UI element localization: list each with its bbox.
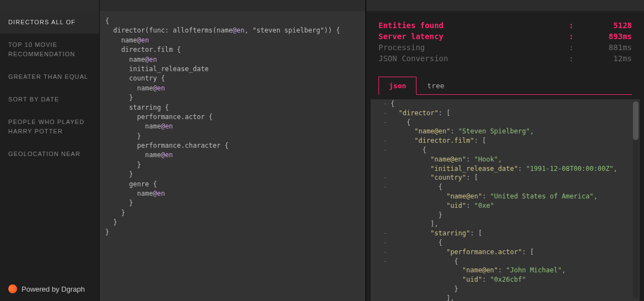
fold-gutter[interactable]	[382, 155, 388, 164]
sidebar-item-4[interactable]: PEOPLE WHO PLAYED HARRY POTTER	[0, 111, 99, 143]
json-line: - "performance.actor": [	[382, 248, 632, 257]
stat-label: Server latency	[378, 32, 566, 41]
fold-gutter[interactable]: -	[382, 229, 388, 238]
stat-row-0: Entities found:5128	[378, 21, 632, 30]
stat-row-3: JSON Conversion:12ms	[378, 54, 632, 63]
fold-gutter[interactable]	[382, 219, 388, 229]
fold-gutter[interactable]	[382, 164, 388, 174]
json-line: ],	[382, 294, 632, 301]
json-line: - {	[382, 118, 632, 127]
stat-label: JSON Conversion	[378, 54, 566, 63]
tab-tree[interactable]: tree	[416, 77, 454, 95]
fold-gutter[interactable]	[382, 201, 388, 211]
fold-gutter[interactable]: -	[382, 118, 388, 127]
fold-gutter[interactable]	[382, 211, 388, 220]
fold-gutter[interactable]	[382, 294, 388, 301]
sidebar-item-1[interactable]: TOP 10 MOVIE RECOMMENDATION	[0, 34, 99, 66]
fold-gutter[interactable]	[382, 127, 388, 136]
stat-label: Processing	[378, 43, 566, 52]
json-line: ],	[382, 219, 632, 229]
stat-colon: :	[566, 21, 577, 30]
stat-row-2: Processing:881ms	[378, 43, 632, 52]
sidebar-item-3[interactable]: SORT BY DATE	[0, 88, 99, 111]
sidebar-item-5[interactable]: GEOLOCATION NEAR	[0, 143, 99, 165]
json-line: - "director.film": [	[382, 136, 632, 146]
powered-by-label: Powered by Dgraph	[21, 285, 85, 293]
fold-gutter[interactable]: -	[382, 248, 388, 257]
fold-gutter[interactable]	[382, 284, 388, 294]
json-line: "uid": "0x26cbf"	[382, 275, 632, 284]
fold-gutter[interactable]: -	[382, 136, 388, 146]
stat-colon: :	[566, 54, 577, 63]
json-line: - {	[382, 182, 632, 192]
stat-colon: :	[566, 43, 577, 52]
editor-top-strip	[100, 0, 365, 11]
fold-gutter[interactable]: -	[382, 173, 388, 182]
json-scrollbar[interactable]	[633, 101, 638, 299]
json-line: - "starring": [	[382, 229, 632, 238]
stat-label: Entities found	[378, 21, 566, 30]
sidebar: DIRECTORS ALL OFTOP 10 MOVIE RECOMMENDAT…	[0, 0, 99, 301]
json-line: - "director": [	[382, 109, 632, 118]
results-top-strip	[366, 0, 644, 11]
fold-gutter[interactable]: -	[382, 182, 388, 192]
results-pane: Entities found:5128Server latency:893msP…	[366, 0, 644, 301]
json-line: - "country": [	[382, 173, 632, 182]
sidebar-item-0[interactable]: DIRECTORS ALL OF	[0, 11, 99, 34]
json-output[interactable]: -{- "director": [- { "name@en": "Steven …	[382, 99, 632, 301]
json-line: }	[382, 284, 632, 294]
json-line: - {	[382, 257, 632, 266]
json-output-wrap: -{- "director": [- { "name@en": "Steven …	[371, 99, 640, 301]
stats-block: Entities found:5128Server latency:893msP…	[366, 11, 644, 69]
dgraph-logo-icon	[8, 284, 17, 293]
json-line: "name@en": "United States of America",	[382, 192, 632, 201]
json-line: - {	[382, 146, 632, 155]
tab-json[interactable]: json	[378, 77, 416, 95]
json-line: -{	[382, 99, 632, 109]
json-line: "initial_release_date": "1991-12-08T00:0…	[382, 164, 632, 174]
stat-value: 881ms	[577, 43, 632, 52]
json-line: }	[382, 211, 632, 220]
sidebar-item-2[interactable]: GREATER THAN EQUAL	[0, 66, 99, 88]
fold-gutter[interactable]	[382, 266, 388, 275]
fold-gutter[interactable]: -	[382, 99, 388, 109]
fold-gutter[interactable]	[382, 275, 388, 284]
json-line: "name@en": "Hook",	[382, 155, 632, 164]
json-line: "uid": "0xe"	[382, 201, 632, 211]
fold-gutter[interactable]	[382, 192, 388, 201]
stat-colon: :	[566, 32, 577, 41]
sidebar-top-strip	[0, 0, 99, 11]
fold-gutter[interactable]: -	[382, 109, 388, 118]
stat-value: 893ms	[577, 32, 632, 41]
stat-value: 5128	[577, 21, 632, 30]
result-tabs: jsontree	[378, 76, 632, 95]
stat-row-1: Server latency:893ms	[378, 32, 632, 41]
json-line: "name@en": "Steven Spielberg",	[382, 127, 632, 136]
fold-gutter[interactable]: -	[382, 146, 388, 155]
fold-gutter[interactable]: -	[382, 238, 388, 248]
stat-value: 12ms	[577, 54, 632, 63]
json-scroll-thumb[interactable]	[633, 101, 638, 140]
json-line: "name@en": "John Michael",	[382, 266, 632, 275]
code-editor[interactable]: { director(func: allofterms(name@en, "st…	[100, 11, 365, 243]
fold-gutter[interactable]: -	[382, 257, 388, 266]
json-line: - {	[382, 238, 632, 248]
query-editor-pane: { director(func: allofterms(name@en, "st…	[99, 0, 366, 301]
powered-by[interactable]: Powered by Dgraph	[0, 277, 99, 301]
